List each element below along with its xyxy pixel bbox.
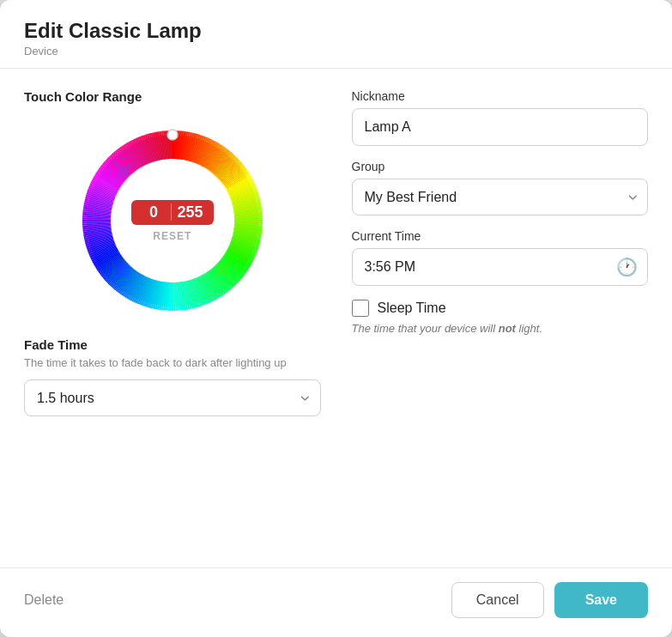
- current-time-label: Current Time: [352, 229, 649, 243]
- fade-time-select[interactable]: 0.5 hours 1 hour 1.5 hours 2 hours 3 hou…: [24, 379, 321, 416]
- fade-time-section: Fade Time The time it takes to fade back…: [24, 337, 321, 416]
- dialog-subtitle: Device: [24, 45, 648, 58]
- wheel-value-low: 0: [142, 203, 166, 221]
- right-panel: Nickname Group My Best Friend Living Roo…: [352, 89, 649, 547]
- save-button[interactable]: Save: [554, 582, 648, 618]
- sleep-time-desc: The time that your device will not light…: [352, 320, 649, 337]
- group-select-wrapper: My Best Friend Living Room Bedroom Offic…: [352, 179, 649, 215]
- nickname-input[interactable]: [352, 108, 649, 146]
- nickname-label: Nickname: [352, 89, 649, 103]
- group-label: Group: [352, 160, 649, 173]
- current-time-input[interactable]: [352, 248, 649, 286]
- current-time-input-wrapper: 🕐: [352, 248, 649, 286]
- wheel-value-high: 255: [177, 203, 203, 221]
- edit-dialog: Edit Classic Lamp Device Touch Color Ran…: [0, 0, 672, 637]
- fade-time-desc: The time it takes to fade back to dark a…: [24, 355, 321, 371]
- group-select[interactable]: My Best Friend Living Room Bedroom Offic…: [352, 179, 649, 215]
- fade-time-label: Fade Time: [24, 337, 321, 352]
- dialog-title: Edit Classic Lamp: [24, 19, 648, 43]
- nickname-section: Nickname: [352, 89, 649, 146]
- color-wheel-wrapper[interactable]: 0 255 RESET: [78, 126, 267, 315]
- dialog-body: Touch Color Range: [0, 69, 672, 561]
- dialog-header: Edit Classic Lamp Device: [0, 0, 672, 69]
- wheel-reset-button[interactable]: RESET: [153, 230, 191, 242]
- sleep-time-section: Sleep Time The time that your device wil…: [352, 300, 649, 337]
- fade-time-select-wrapper: 0.5 hours 1 hour 1.5 hours 2 hours 3 hou…: [24, 379, 321, 416]
- sleep-time-checkbox[interactable]: [352, 300, 369, 317]
- sleep-time-row: Sleep Time: [352, 300, 649, 317]
- touch-color-range-label: Touch Color Range: [24, 89, 321, 104]
- delete-button[interactable]: Delete: [24, 584, 64, 616]
- wheel-divider: [171, 203, 173, 221]
- footer-right: Cancel Save: [451, 582, 648, 618]
- wheel-center: 0 255 RESET: [121, 169, 224, 272]
- left-panel: Touch Color Range: [24, 89, 321, 547]
- wheel-values: 0 255: [131, 200, 214, 225]
- cancel-button[interactable]: Cancel: [451, 582, 544, 618]
- sleep-time-label: Sleep Time: [378, 300, 446, 316]
- group-section: Group My Best Friend Living Room Bedroom…: [352, 160, 649, 215]
- current-time-section: Current Time 🕐: [352, 229, 649, 286]
- dialog-footer: Delete Cancel Save: [0, 567, 672, 637]
- color-wheel-container: 0 255 RESET: [24, 126, 321, 315]
